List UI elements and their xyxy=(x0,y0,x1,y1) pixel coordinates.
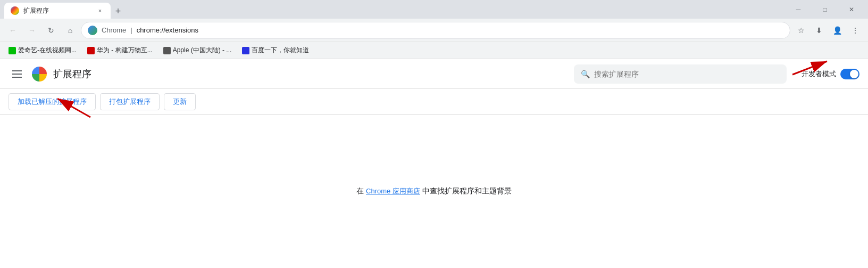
tab-favicon xyxy=(11,6,19,15)
address-bar[interactable]: Chrome | chrome://extensions xyxy=(81,22,790,39)
url-separator: | xyxy=(130,26,132,34)
refresh-button[interactable]: ↻ xyxy=(43,22,60,39)
page-container: 扩展程序 🔍 开发者模式 加载已解压的扩展程序 打包扩展程序 更新 在 Chro… xyxy=(0,59,868,268)
nav-bar: ← → ↻ ⌂ Chrome | chrome://extensions ☆ ⬇… xyxy=(0,19,868,42)
search-icon: 🔍 xyxy=(581,70,590,78)
profile-button[interactable]: 👤 xyxy=(829,22,846,39)
minimize-button[interactable]: ─ xyxy=(786,0,811,19)
back-button[interactable]: ← xyxy=(4,22,21,39)
site-icon xyxy=(88,26,97,35)
chrome-label: Chrome xyxy=(102,26,126,34)
hamburger-button[interactable] xyxy=(9,66,26,83)
store-link-container: 在 Chrome 应用商店 中查找扩展程序和主题背景 xyxy=(356,186,511,196)
tab-title: 扩展程序 xyxy=(23,6,49,15)
tab-strip: 扩展程序 × + xyxy=(4,0,784,19)
pack-extension-button[interactable]: 打包扩展程序 xyxy=(100,93,160,110)
bookmark-label-huawei: 华为 - 构建万物互... xyxy=(97,46,153,55)
main-content: 在 Chrome 应用商店 中查找扩展程序和主题背景 xyxy=(0,115,868,268)
close-button[interactable]: ✕ xyxy=(839,0,864,19)
active-tab[interactable]: 扩展程序 × xyxy=(4,3,111,19)
menu-button[interactable]: ⋮ xyxy=(847,22,864,39)
bookmark-apple[interactable]: Apple (中国大陆) - ... xyxy=(159,45,236,56)
bookmark-favicon-apple xyxy=(163,47,171,54)
bookmark-favicon-huawei xyxy=(87,47,95,54)
bookmark-favicon-baidu xyxy=(242,47,249,54)
bookmark-baidu[interactable]: 百度一下，你就知道 xyxy=(238,45,313,56)
update-button[interactable]: 更新 xyxy=(164,93,196,110)
bookmark-label-baidu: 百度一下，你就知道 xyxy=(252,46,309,55)
new-tab-button[interactable]: + xyxy=(111,4,126,19)
bookmark-label-iqiyi: 爱奇艺-在线视频网... xyxy=(18,46,77,55)
dev-mode-label: 开发者模式 xyxy=(802,69,836,79)
bookmark-iqiyi[interactable]: 爱奇艺-在线视频网... xyxy=(4,45,81,56)
hamburger-icon xyxy=(12,70,22,78)
search-input[interactable] xyxy=(594,70,780,78)
svg-rect-1 xyxy=(12,74,22,75)
load-unpacked-button[interactable]: 加载已解压的扩展程序 xyxy=(9,93,96,110)
dev-mode-section: 开发者模式 xyxy=(802,69,859,79)
title-bar: 扩展程序 × + ─ □ ✕ xyxy=(0,0,868,19)
bookmarks-bar: 爱奇艺-在线视频网... 华为 - 构建万物互... Apple (中国大陆) … xyxy=(0,42,868,59)
svg-rect-0 xyxy=(12,70,22,71)
home-button[interactable]: ⌂ xyxy=(62,22,79,39)
nav-actions: ☆ ⬇ 👤 ⋮ xyxy=(792,22,864,39)
bookmark-favicon-iqiyi xyxy=(9,47,16,54)
svg-rect-2 xyxy=(12,77,22,78)
forward-button[interactable]: → xyxy=(23,22,40,39)
store-text-prefix: 在 xyxy=(356,186,364,195)
dev-toolbar: 加载已解压的扩展程序 打包扩展程序 更新 xyxy=(0,89,868,115)
download-button[interactable]: ⬇ xyxy=(811,22,828,39)
chrome-store-link[interactable]: Chrome 应用商店 xyxy=(366,187,420,195)
chrome-logo xyxy=(32,67,47,82)
bookmark-label-apple: Apple (中国大陆) - ... xyxy=(173,46,232,55)
maximize-button[interactable]: □ xyxy=(813,0,837,19)
bookmark-huawei[interactable]: 华为 - 构建万物互... xyxy=(83,45,157,56)
tab-close-button[interactable]: × xyxy=(96,6,104,15)
dev-mode-toggle[interactable] xyxy=(840,69,859,79)
page-title: 扩展程序 xyxy=(53,68,91,80)
url-text: chrome://extensions xyxy=(137,26,783,34)
bookmark-button[interactable]: ☆ xyxy=(792,22,809,39)
window-controls: ─ □ ✕ xyxy=(786,0,864,19)
toggle-knob xyxy=(850,70,858,78)
page-header: 扩展程序 🔍 开发者模式 xyxy=(0,59,868,89)
store-text-suffix: 中查找扩展程序和主题背景 xyxy=(422,186,512,195)
search-bar[interactable]: 🔍 xyxy=(574,64,787,84)
